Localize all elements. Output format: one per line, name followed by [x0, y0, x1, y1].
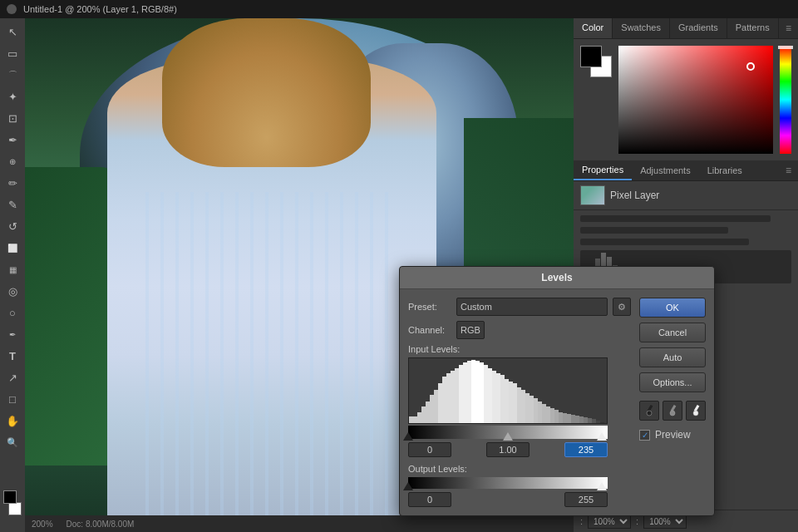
svg-rect-34: [554, 410, 559, 424]
tab-libraries[interactable]: Libraries: [699, 161, 751, 180]
fg-bg-swatch[interactable]: [580, 46, 612, 77]
properties-options-btn[interactable]: ≡: [779, 160, 798, 180]
foreground-background-colors[interactable]: [0, 490, 25, 515]
color-panel-options[interactable]: ≡: [779, 18, 798, 38]
gray-eyedropper-btn[interactable]: [663, 401, 682, 421]
svg-rect-12: [463, 362, 467, 424]
tool-hand[interactable]: ✋: [2, 411, 22, 431]
eyedropper-row: [639, 401, 706, 421]
tool-history-brush[interactable]: ↺: [2, 216, 22, 236]
output-white-value[interactable]: [564, 492, 608, 507]
tab-gradients[interactable]: Gradients: [670, 18, 727, 38]
svg-rect-11: [459, 365, 463, 424]
tab-patterns[interactable]: Patterns: [727, 18, 779, 38]
color-spectrum[interactable]: [618, 46, 773, 154]
svg-rect-22: [505, 379, 509, 424]
preview-checkbox[interactable]: [639, 430, 650, 441]
top-bar: Untitled-1 @ 200% (Layer 1, RGB/8#): [0, 0, 798, 18]
tool-magic-wand[interactable]: ✦: [2, 86, 22, 106]
spectrum-cursor[interactable]: [746, 62, 755, 71]
svg-rect-14: [471, 360, 475, 424]
black-point-slider[interactable]: [403, 432, 413, 441]
black-eyedropper-btn[interactable]: [639, 401, 659, 421]
pixel-layer-thumbnail: [580, 185, 605, 205]
tab-adjustments[interactable]: Adjustments: [632, 161, 699, 180]
svg-rect-9: [451, 371, 455, 424]
svg-rect-37: [567, 414, 571, 424]
svg-rect-40: [579, 416, 584, 424]
input-values-row: [408, 442, 608, 457]
prop-bar-3: [580, 239, 749, 245]
tool-spot-healing[interactable]: ⊕: [2, 151, 22, 171]
output-slider-track[interactable]: [408, 477, 608, 489]
auto-button[interactable]: Auto: [639, 347, 706, 367]
black-eyedropper-icon: [643, 405, 655, 416]
hue-strip[interactable]: [780, 46, 791, 154]
cancel-button[interactable]: Cancel: [639, 323, 706, 342]
tool-pen[interactable]: ✒: [2, 324, 22, 344]
tab-swatches[interactable]: Swatches: [613, 18, 670, 38]
tool-clone-stamp[interactable]: ✎: [2, 195, 22, 214]
white-eyedropper-btn[interactable]: [686, 401, 706, 421]
tool-move[interactable]: ↖: [2, 22, 22, 42]
preview-label: Preview: [655, 429, 691, 441]
svg-rect-26: [521, 390, 525, 424]
white-point-slider[interactable]: [597, 432, 607, 441]
svg-rect-1: [417, 412, 421, 424]
tab-color[interactable]: Color: [574, 18, 613, 38]
preset-gear-btn[interactable]: ⚙: [613, 298, 631, 316]
tool-lasso[interactable]: ⌒: [2, 65, 22, 85]
svg-rect-7: [442, 377, 446, 424]
zoom-label: :: [636, 516, 638, 526]
tool-crop[interactable]: ⊡: [2, 108, 22, 128]
tool-brush[interactable]: ✏: [2, 173, 22, 193]
svg-rect-31: [542, 404, 546, 424]
tool-zoom[interactable]: 🔍: [2, 432, 22, 452]
svg-rect-4: [430, 395, 434, 424]
tool-path-selection[interactable]: ↗: [2, 367, 22, 387]
tab-properties[interactable]: Properties: [574, 160, 632, 180]
input-white-value[interactable]: [564, 442, 608, 457]
output-black-slider[interactable]: [403, 482, 413, 490]
tool-shape[interactable]: □: [2, 389, 22, 409]
svg-rect-0: [409, 416, 417, 424]
preset-row: Preset: Custom ⚙: [408, 298, 631, 316]
ok-button[interactable]: OK: [639, 298, 706, 318]
tool-eyedropper[interactable]: ✒: [2, 130, 22, 150]
tool-gradient[interactable]: ▦: [2, 259, 22, 279]
tool-blur[interactable]: ◎: [2, 281, 22, 301]
svg-point-50: [670, 411, 675, 416]
preset-select[interactable]: Custom: [456, 298, 608, 316]
svg-rect-19: [492, 371, 496, 424]
options-button[interactable]: Options...: [639, 372, 706, 392]
fg-bg-swatch-box: [580, 46, 612, 77]
svg-rect-27: [525, 393, 530, 424]
channel-select[interactable]: RGB: [456, 321, 485, 339]
svg-rect-25: [517, 387, 521, 424]
svg-rect-6: [438, 383, 442, 424]
close-btn[interactable]: [7, 4, 17, 14]
tool-type[interactable]: T: [2, 346, 22, 366]
pixel-layer-row: Pixel Layer: [574, 181, 798, 210]
doc-info: Doc: 8.00M/8.00M: [66, 520, 135, 529]
input-slider-track[interactable]: [408, 426, 608, 439]
tool-rectangle[interactable]: ▭: [2, 43, 22, 63]
svg-rect-21: [500, 375, 505, 424]
midpoint-slider[interactable]: [503, 432, 513, 441]
white-eyedropper-icon: [690, 405, 702, 416]
svg-rect-29: [534, 398, 538, 424]
input-black-value[interactable]: [408, 442, 451, 457]
input-mid-value[interactable]: [486, 442, 530, 457]
svg-rect-15: [475, 361, 480, 424]
output-black-value[interactable]: [408, 492, 451, 507]
tool-dodge[interactable]: ○: [2, 303, 22, 323]
foreground-swatch[interactable]: [580, 46, 602, 67]
svg-rect-18: [488, 368, 492, 424]
dialog-title[interactable]: Levels: [400, 267, 714, 289]
svg-rect-43: [592, 419, 596, 424]
output-levels-label: Output Levels:: [408, 464, 631, 474]
svg-rect-2: [421, 406, 426, 424]
output-white-slider[interactable]: [597, 482, 607, 490]
tool-eraser[interactable]: ⬜: [2, 238, 22, 258]
hue-cursor[interactable]: [778, 46, 793, 49]
